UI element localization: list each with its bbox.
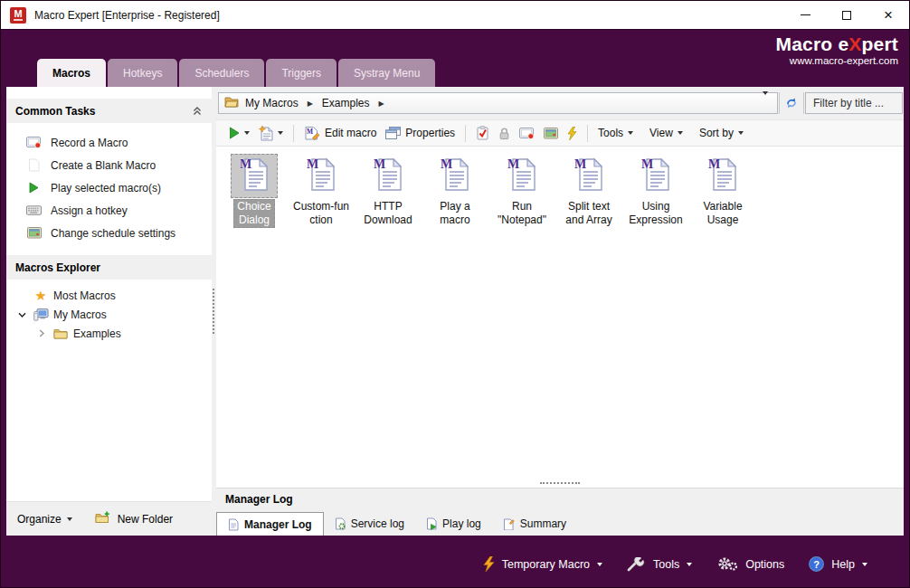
breadcrumb-item-examples[interactable]: Examples <box>318 97 374 109</box>
tree-item-most-macros[interactable]: ★ Most Macros <box>6 286 212 305</box>
path-bar: My Macros ▶ Examples ▶ <box>216 87 904 120</box>
task-play-selected-macros[interactable]: Play selected macro(s) <box>6 176 212 199</box>
dropdown-caret-icon <box>597 563 602 566</box>
lock-icon <box>498 127 510 140</box>
macro-item[interactable]: M Run "Notepad" <box>488 154 555 228</box>
temporary-macro-menu[interactable]: Temporary Macro <box>483 556 602 572</box>
breadcrumb[interactable]: My Macros ▶ Examples ▶ <box>218 92 778 114</box>
tab-triggers[interactable]: Triggers <box>266 59 337 87</box>
svg-text:M: M <box>374 157 385 171</box>
minimize-icon <box>801 14 810 15</box>
new-macro-button[interactable] <box>254 123 288 144</box>
tab-schedulers[interactable]: Schedulers <box>179 59 264 87</box>
macro-item[interactable]: M Choice Dialog <box>221 154 288 228</box>
common-tasks-header[interactable]: Common Tasks <box>6 99 212 123</box>
dropdown-caret-icon <box>738 131 744 135</box>
task-check-button[interactable] <box>471 123 494 143</box>
svg-text:M: M <box>708 157 720 171</box>
tools-menu[interactable]: Tools <box>593 124 638 142</box>
sidebar-splitter[interactable] <box>212 87 216 536</box>
edit-macro-button[interactable]: M Edit macro <box>299 123 381 143</box>
organize-menu[interactable]: Organize <box>17 513 72 526</box>
sort-by-menu[interactable]: Sort by <box>695 124 748 142</box>
app-window: M Macro Expert [Enterprise - Registered]… <box>0 0 910 588</box>
macro-item[interactable]: M Using Expression <box>622 154 689 228</box>
breadcrumb-item-my-macros[interactable]: My Macros <box>241 97 303 109</box>
folder-icon <box>52 327 69 339</box>
blank-document-icon <box>26 158 42 172</box>
svg-text:M: M <box>641 157 653 171</box>
tab-systray-menu[interactable]: Systray Menu <box>338 59 435 87</box>
log-tabstrip: Manager Log Service log Play log Summary <box>216 509 904 536</box>
breadcrumb-dropdown-button[interactable] <box>757 95 773 111</box>
minimize-button[interactable] <box>784 1 826 29</box>
record-screen-button[interactable] <box>515 125 539 142</box>
refresh-button[interactable] <box>779 92 804 114</box>
keyboard-icon <box>26 205 42 215</box>
refresh-icon <box>785 97 798 109</box>
dropdown-caret-icon <box>687 563 692 566</box>
filter-input[interactable] <box>805 92 903 114</box>
log-tab-manager-log[interactable]: Manager Log <box>216 512 324 536</box>
dropdown-caret-icon <box>678 131 683 135</box>
task-assign-a-hotkey[interactable]: Assign a hotkey <box>6 199 212 222</box>
chevron-right-icon[interactable] <box>35 328 48 338</box>
toolbar-separator <box>465 125 466 142</box>
log-panel-splitter[interactable] <box>216 479 904 488</box>
view-menu[interactable]: View <box>645 124 687 142</box>
task-change-schedule-settings[interactable]: Change schedule settings <box>6 222 212 244</box>
lock-button[interactable] <box>494 124 515 143</box>
svg-text:M: M <box>307 128 313 136</box>
svg-text:M: M <box>441 157 452 171</box>
splitter-grip <box>213 289 214 334</box>
record-screen-icon <box>519 128 535 139</box>
schedule-button[interactable] <box>539 125 563 142</box>
help-menu[interactable]: ? Help <box>809 556 867 572</box>
macros-explorer-tree: ★ Most Macros My Macros <box>6 286 212 343</box>
collapse-chevrons-icon[interactable] <box>192 106 203 116</box>
tab-macros[interactable]: Macros <box>37 59 106 87</box>
breadcrumb-arrow-icon[interactable]: ▶ <box>376 100 387 108</box>
bottom-menu-bar: Temporary Macro Tools Options ? Help <box>1 536 909 587</box>
play-macro-button[interactable] <box>224 124 254 142</box>
quick-run-button[interactable] <box>563 124 582 143</box>
breadcrumb-arrow-icon[interactable]: ▶ <box>305 100 316 108</box>
main-panel: My Macros ▶ Examples ▶ <box>216 87 904 536</box>
svg-text:M: M <box>574 157 586 171</box>
new-folder-button[interactable]: New Folder <box>95 511 173 526</box>
macro-label: Choice Dialog <box>233 199 274 228</box>
properties-button[interactable]: Properties <box>381 124 460 142</box>
macro-item[interactable]: M Play a macro <box>422 154 488 228</box>
summary-icon <box>503 517 515 530</box>
task-record-a-macro[interactable]: Record a Macro <box>6 131 212 154</box>
edit-macro-icon: M <box>304 126 320 140</box>
macro-item[interactable]: M Variable Usage <box>689 154 756 228</box>
log-tab-play-log[interactable]: Play log <box>415 512 492 536</box>
app-icon-underline <box>14 19 23 21</box>
sidebar-footer: Organize New Folder <box>6 501 212 536</box>
options-button[interactable]: Options <box>716 556 784 572</box>
tools-menu-bottom[interactable]: Tools <box>627 557 692 572</box>
macro-item[interactable]: M Split text and Array <box>555 154 622 228</box>
dropdown-caret-icon <box>763 91 768 110</box>
macros-explorer-header: Macros Explorer <box>6 255 212 280</box>
lightning-icon <box>567 127 577 140</box>
tree-item-examples[interactable]: Examples <box>6 324 212 343</box>
macro-item[interactable]: M HTTP Download <box>355 154 422 228</box>
tree-item-my-macros[interactable]: My Macros <box>6 305 212 324</box>
brand-website: www.macro-expert.com <box>776 55 898 67</box>
task-create-blank-macro[interactable]: Create a Blank Macro <box>6 154 212 176</box>
brand-logo: Macro eXpert www.macro-expert.com <box>776 33 898 67</box>
log-tab-summary[interactable]: Summary <box>492 512 577 536</box>
tab-hotkeys[interactable]: Hotkeys <box>108 59 177 87</box>
sidebar: Common Tasks Record a Macro Create a Bla… <box>6 87 212 536</box>
macro-item[interactable]: M Custom-fun ction <box>288 154 355 228</box>
toolbar-separator <box>293 125 294 142</box>
close-button[interactable]: × <box>867 1 909 29</box>
brand-accent-letter: X <box>848 33 861 54</box>
dropdown-caret-icon <box>862 563 867 566</box>
macro-label: Run "Notepad" <box>494 199 550 228</box>
chevron-down-icon[interactable] <box>15 310 28 319</box>
maximize-button[interactable] <box>826 1 867 29</box>
log-tab-service-log[interactable]: Service log <box>324 512 415 536</box>
